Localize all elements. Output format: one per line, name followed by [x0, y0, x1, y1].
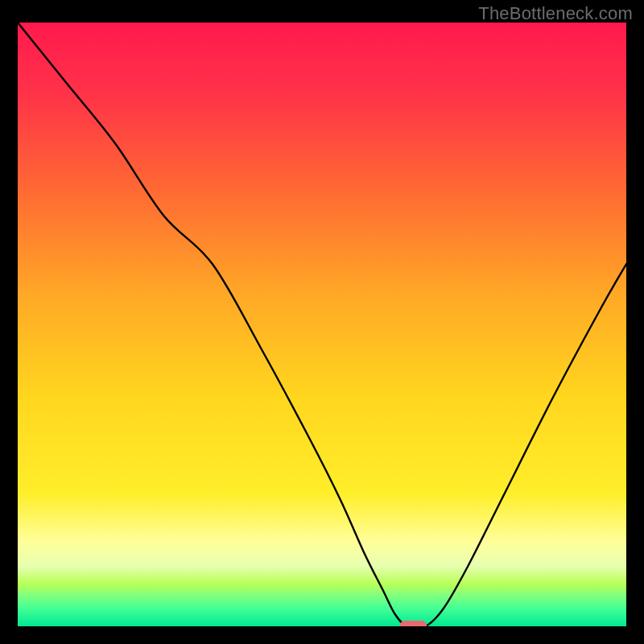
watermark-text: TheBottleneck.com	[478, 3, 633, 24]
chart-svg	[18, 23, 626, 626]
chart-plot-area	[18, 23, 626, 626]
chart-gradient-background	[18, 23, 626, 626]
chart-frame: TheBottleneck.com	[0, 0, 644, 644]
optimal-marker	[399, 621, 427, 626]
